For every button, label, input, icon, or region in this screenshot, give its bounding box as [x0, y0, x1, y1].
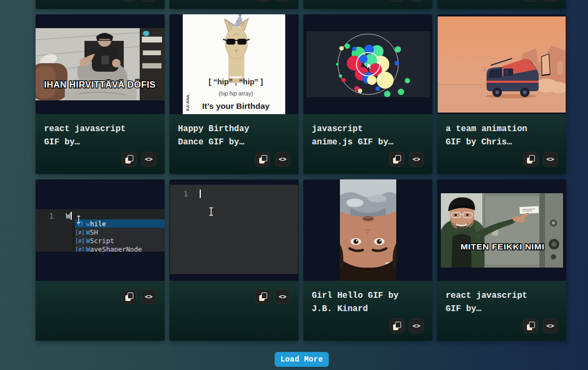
code-icon: <> — [279, 156, 286, 162]
card-footer: <> — [36, 0, 165, 9]
card-footer: react javascript GIF by… <> — [437, 281, 566, 341]
gif-thumbnail — [303, 179, 432, 281]
copy-icon — [393, 155, 401, 164]
code-editor-card-2: 1 <> — [169, 179, 299, 341]
editor-line-1: 1 — [170, 185, 298, 197]
gif-card-cropped-1: <> — [36, 0, 165, 9]
card-actions: <> — [446, 0, 558, 2]
suggestion-wsh[interactable]: WSH — [75, 228, 165, 236]
gif-thumbnail — [437, 14, 566, 114]
line-number: 1 — [170, 190, 188, 198]
code-editor[interactable]: 1 — [170, 185, 298, 274]
copy-button[interactable] — [389, 152, 404, 167]
copy-button[interactable] — [523, 319, 538, 333]
code-icon: <> — [547, 323, 554, 329]
code-button[interactable]: <> — [141, 289, 156, 304]
code-button[interactable]: <> — [141, 0, 156, 2]
code-button[interactable]: <> — [543, 319, 558, 333]
gif-image-birthday-llama: [ “hip” , “hip” ] (hip hip array) It’s y… — [183, 14, 285, 114]
gif-title: Girl Hello GIF by J.B. Kinard — [312, 289, 424, 316]
code-icon: <> — [145, 294, 152, 300]
card-footer: Girl Hello GIF by J.B. Kinard <> — [303, 281, 432, 341]
gif-title: javascript anime.js GIF by… — [312, 123, 424, 149]
copy-button[interactable] — [122, 152, 137, 167]
editor-thumbnail: 1 W while WSH WScript — [36, 179, 165, 281]
copy-button[interactable] — [523, 152, 538, 167]
copy-icon — [393, 322, 401, 330]
meme-caption: IHAN HIRVITTÄVÄ DÖFIS — [44, 80, 156, 90]
card-actions: <> — [178, 0, 290, 2]
gif-title: react javascript GIF by… — [446, 289, 558, 316]
gif-title: react javascript GIF by… — [44, 123, 156, 149]
code-button[interactable]: <> — [409, 319, 424, 333]
gif-thumbnail: [ “hip” , “hip” ] (hip hip array) It’s y… — [169, 14, 299, 114]
code-editor[interactable]: 1 W while WSH WScript — [36, 209, 165, 252]
image-text-hip-caption: (hip hip array) — [219, 90, 253, 97]
code-button[interactable]: <> — [275, 289, 290, 304]
copy-button[interactable] — [255, 289, 270, 304]
card-actions: <> — [44, 289, 156, 304]
symbol-icon — [76, 246, 83, 252]
copy-icon — [125, 292, 133, 301]
copy-icon — [259, 155, 267, 164]
code-button[interactable]: <> — [275, 0, 290, 2]
code-icon: <> — [547, 156, 554, 162]
copy-button[interactable] — [122, 289, 137, 304]
card-footer: javascript anime.js GIF by… <> — [303, 114, 432, 174]
code-button[interactable]: <> — [275, 152, 290, 167]
card-footer: <> — [169, 0, 299, 9]
gif-image-animejs-bubbles — [306, 31, 430, 97]
card-actions: <> — [312, 319, 424, 333]
suggestion-while[interactable]: while — [75, 219, 165, 228]
copy-icon — [527, 322, 535, 330]
copy-button[interactable] — [255, 152, 270, 167]
gif-card-react-javascript-2: MITEN FEIKKI NIMI react javascript GIF b… — [437, 179, 566, 341]
card-actions: <> — [178, 289, 290, 304]
image-text-birthday: It’s your Birthday — [202, 101, 270, 110]
gif-thumbnail: MITEN FEIKKI NIMI — [437, 179, 566, 281]
image-text-hip-array: [ “hip” , “hip” ] — [209, 78, 263, 86]
gif-image-ateam-van — [438, 16, 566, 113]
copy-button[interactable] — [523, 0, 538, 2]
card-footer: <> — [437, 0, 566, 9]
suggestion-match: W — [86, 245, 90, 252]
copy-button[interactable] — [255, 0, 270, 2]
card-actions: <> — [312, 0, 424, 2]
autocomplete-popup: while WSH WScript WaveShaperNode — [75, 219, 165, 252]
code-button[interactable]: <> — [409, 0, 424, 2]
suggestion-waveshapernode[interactable]: WaveShaperNode — [75, 245, 165, 252]
code-icon: <> — [413, 323, 420, 329]
editor-line-1: 1 W — [36, 209, 165, 220]
gif-thumbnail — [303, 14, 432, 114]
image-brand-text: KA'ANA. — [185, 93, 190, 111]
code-icon: <> — [279, 294, 286, 300]
gif-card-animejs: javascript anime.js GIF by… <> — [303, 14, 432, 174]
gif-card-cropped-3: <> — [303, 0, 432, 9]
load-more-button[interactable]: Load More — [275, 352, 329, 367]
text-caret — [71, 212, 72, 220]
gif-image-pointing-man: MITEN FEIKKI NIMI — [441, 193, 563, 268]
suggestion-rest: SH — [90, 228, 98, 236]
code-button[interactable]: <> — [409, 152, 424, 167]
card-actions: <> — [178, 152, 290, 167]
copy-icon — [259, 292, 267, 301]
copy-button[interactable] — [389, 319, 404, 333]
copy-button[interactable] — [389, 0, 404, 2]
code-icon: <> — [413, 156, 420, 162]
gif-card-cropped-4: <> — [437, 0, 566, 9]
copy-button[interactable] — [122, 0, 137, 2]
code-button[interactable]: <> — [141, 152, 156, 167]
suggestion-rest: Script — [90, 237, 114, 245]
code-button[interactable]: <> — [543, 152, 558, 167]
ibeam-cursor — [76, 216, 81, 223]
ibeam-cursor — [208, 207, 214, 216]
suggestion-wscript[interactable]: WScript — [75, 236, 165, 245]
editor-thumbnail: 1 — [169, 179, 299, 281]
gif-card-cropped-2: <> — [169, 0, 299, 9]
gif-title: a team animation GIF by Chris… — [446, 123, 558, 149]
suggestion-match: W — [86, 228, 90, 236]
code-button[interactable]: <> — [543, 0, 558, 2]
symbol-icon — [76, 238, 83, 244]
card-actions: <> — [44, 152, 156, 167]
card-footer: <> — [303, 0, 432, 9]
